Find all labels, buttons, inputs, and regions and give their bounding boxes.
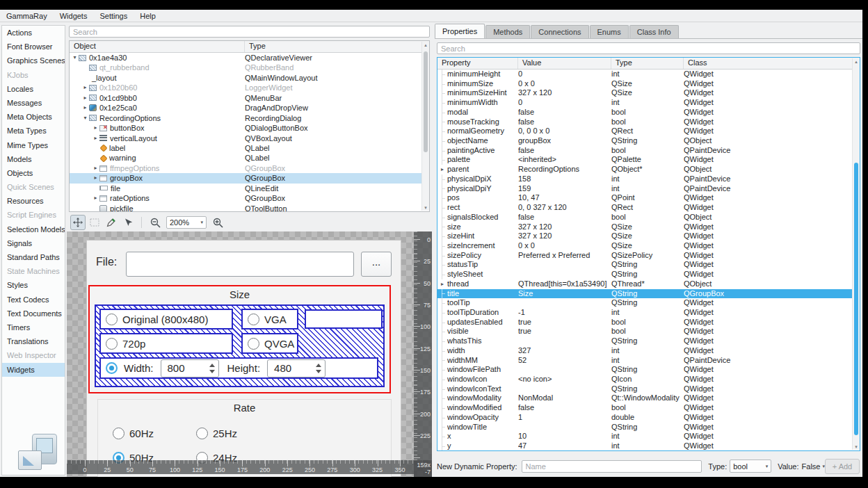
- expander-icon[interactable]: ▾: [71, 53, 79, 63]
- property-column-header[interactable]: Class: [684, 58, 860, 69]
- property-row[interactable]: ▸threadQThread[this=0x1a53490]QThread*QO…: [437, 279, 860, 289]
- menu-gammaray[interactable]: GammaRay: [0, 10, 54, 22]
- scrollbar-handle[interactable]: [424, 51, 428, 152]
- property-row[interactable]: rect0, 0 327 x 120QRectQWidget: [437, 203, 860, 213]
- property-row[interactable]: minimumHeight0intQWidget: [437, 70, 860, 79]
- property-row[interactable]: sizeHint327 x 120QSizeQWidget: [437, 231, 860, 241]
- property-row[interactable]: whatsThisQStringQWidget: [437, 336, 860, 346]
- scroll-down-icon[interactable]: ▾: [853, 444, 860, 450]
- sidebar-item-font-browser[interactable]: Font Browser: [2, 40, 65, 54]
- property-row[interactable]: windowOpacity1doubleQWidget: [437, 413, 860, 423]
- radio-60hz[interactable]: 60Hz: [108, 428, 191, 439]
- value-combobox[interactable]: False ▾: [802, 462, 825, 471]
- tree-row[interactable]: ▸0x1b20b60LoggerWidget: [70, 83, 429, 92]
- tree-row[interactable]: labelQLabel: [70, 143, 429, 153]
- tree-row[interactable]: ▸verticalLayoutQVBoxLayout: [70, 133, 429, 143]
- sidebar-item-meta-types[interactable]: Meta Types: [2, 124, 65, 138]
- sidebar-item-messages[interactable]: Messages: [2, 96, 65, 110]
- sidebar-item-kjobs[interactable]: KJobs: [2, 68, 65, 82]
- tree-column-header[interactable]: Type: [245, 41, 429, 52]
- sidebar-item-actions[interactable]: Actions: [2, 26, 65, 40]
- width-spinbox[interactable]: 800: [161, 359, 219, 377]
- spin-up-icon[interactable]: [316, 364, 321, 367]
- radio-custom-checked[interactable]: [106, 362, 118, 374]
- expander-icon[interactable]: ▸: [437, 279, 447, 289]
- tree-row[interactable]: ▸rateOptionsQGroupBox: [70, 193, 429, 203]
- tree-row[interactable]: pickfileQToolButton: [70, 204, 429, 212]
- property-row[interactable]: signalsBlockedfalseboolQObject: [437, 213, 860, 222]
- menu-widgets[interactable]: Widgets: [54, 10, 94, 22]
- sidebar-item-locales[interactable]: Locales: [2, 82, 65, 96]
- sidebar-item-signals[interactable]: Signals: [2, 236, 65, 250]
- tab-methods[interactable]: Methods: [485, 25, 530, 38]
- property-row[interactable]: paintingActivefalseboolQPaintDevice: [437, 146, 860, 156]
- property-row[interactable]: normalGeometry0, 0 0 x 0QRectQWidget: [437, 127, 860, 136]
- sidebar-item-objects[interactable]: Objects: [2, 166, 65, 180]
- tree-row[interactable]: ▸buttonBoxQDialogButtonBox: [70, 123, 429, 133]
- sidebar-item-timers[interactable]: Timers: [2, 320, 65, 334]
- tree-row[interactable]: ▸ffmpegOptionsQGroupBox: [70, 163, 429, 173]
- expander-icon[interactable]: ▸: [92, 173, 99, 183]
- tab-class-info[interactable]: Class Info: [629, 25, 679, 38]
- expander-icon[interactable]: ▸: [92, 163, 99, 173]
- expander-icon[interactable]: ▾: [81, 113, 89, 123]
- property-row[interactable]: widthMM52intQPaintDevice: [437, 356, 860, 366]
- property-column-header[interactable]: Type: [611, 58, 684, 69]
- color-picker-tool-button[interactable]: [104, 215, 119, 230]
- tree-row[interactable]: ▸groupBoxQGroupBox: [70, 173, 429, 183]
- property-row[interactable]: sizeIncrement0 x 0QSizeQWidget: [437, 241, 860, 251]
- property-search-input[interactable]: [437, 42, 860, 54]
- sidebar-item-meta-objects[interactable]: Meta Objects: [2, 110, 65, 124]
- property-row[interactable]: windowIconTextQStringQWidget: [437, 384, 860, 394]
- height-spinbox[interactable]: 480: [267, 359, 326, 377]
- radio-25hz[interactable]: 25Hz: [191, 428, 275, 439]
- expander-icon[interactable]: ▸: [437, 165, 447, 174]
- property-row[interactable]: size327 x 120QSizeQWidget: [437, 222, 860, 232]
- dynamic-property-name-input[interactable]: [522, 460, 702, 473]
- radio-qvga[interactable]: QVGA: [241, 333, 298, 354]
- property-column-header[interactable]: Value: [518, 58, 611, 69]
- tab-enums[interactable]: Enums: [590, 25, 629, 38]
- object-tree-scrollbar[interactable]: ▴ ▾: [421, 42, 429, 211]
- spin-down-icon[interactable]: [316, 370, 321, 373]
- move-tool-button[interactable]: [70, 215, 86, 230]
- sidebar-item-script-engines[interactable]: Script Engines: [2, 208, 65, 222]
- sidebar-item-text-codecs[interactable]: Text Codecs: [2, 293, 65, 307]
- tab-connections[interactable]: Connections: [531, 25, 588, 38]
- sidebar-item-standard-paths[interactable]: Standard Paths: [2, 250, 65, 264]
- sidebar-item-selection-models[interactable]: Selection Models: [2, 222, 65, 236]
- tab-properties[interactable]: Properties: [435, 24, 485, 38]
- scroll-down-icon[interactable]: ▾: [422, 204, 429, 211]
- spin-down-icon[interactable]: [209, 370, 215, 373]
- property-row[interactable]: titleSizeQStringQGroupBox: [437, 289, 860, 299]
- property-row[interactable]: y47intQWidget: [437, 441, 860, 451]
- expander-icon[interactable]: ▸: [92, 123, 99, 133]
- property-row[interactable]: modalfalseboolQWidget: [437, 108, 860, 117]
- tree-row[interactable]: fileQLineEdit: [70, 184, 429, 193]
- tree-row[interactable]: qt_rubberbandQRubberBand: [70, 63, 429, 72]
- property-row[interactable]: physicalDpiY159intQPaintDevice: [437, 184, 860, 194]
- zoom-in-button[interactable]: [210, 215, 225, 230]
- property-row[interactable]: toolTipDuration-1intQWidget: [437, 308, 860, 318]
- property-row[interactable]: physicalDpiX158intQPaintDevice: [437, 174, 860, 184]
- sidebar-item-resources[interactable]: Resources: [2, 194, 65, 208]
- property-row[interactable]: updatesEnabledtrueboolQWidget: [437, 318, 860, 327]
- redirect-input-tool-button[interactable]: [120, 215, 136, 230]
- sidebar-item-text-documents[interactable]: Text Documents: [2, 307, 65, 320]
- property-row[interactable]: windowModifiedfalseboolQWidget: [437, 403, 860, 413]
- property-row[interactable]: ▸parentRecordingOptionsQObject*QObject: [437, 165, 860, 174]
- property-row[interactable]: styleSheetQStringQWidget: [437, 270, 860, 279]
- radio-720p[interactable]: 720p: [99, 333, 233, 354]
- empty-field[interactable]: [305, 309, 383, 329]
- zoom-out-button[interactable]: [147, 215, 163, 230]
- type-combobox[interactable]: bool ▾: [730, 459, 771, 473]
- property-row[interactable]: minimumSizeHint327 x 120QSizeQWidget: [437, 88, 860, 98]
- sidebar-item-mime-types[interactable]: Mime Types: [2, 138, 65, 152]
- tree-row[interactable]: ▾0x1ae4a30QDeclarativeViewer: [70, 53, 429, 63]
- property-row[interactable]: windowModalityNonModalQt::WindowModality…: [437, 393, 860, 403]
- menu-settings[interactable]: Settings: [93, 10, 134, 22]
- property-row[interactable]: palette<inherited>QPaletteQWidget: [437, 155, 860, 165]
- property-table-scrollbar[interactable]: ▴ ▾: [852, 58, 860, 450]
- zoom-level-combobox[interactable]: 200% ▾: [166, 216, 207, 229]
- expander-icon[interactable]: ▸: [92, 133, 99, 143]
